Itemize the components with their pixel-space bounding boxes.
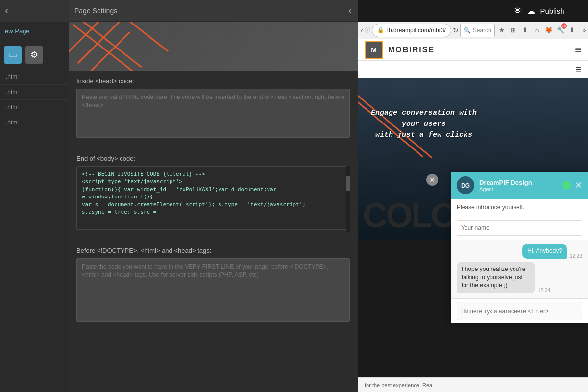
page-settings-topbar: Page Settings ‹ <box>69 0 358 22</box>
body-code-wrapper: <!-- BEGIN JIVOSITE CODE {literal} --> <… <box>76 166 350 232</box>
chat-time-sent: 12:23 <box>570 253 582 259</box>
hamburger-icon[interactable]: ≡ <box>575 64 581 75</box>
chat-message-received: I hope you realize you're talking to you… <box>457 262 582 293</box>
body-code-textarea[interactable]: <!-- BEGIN JIVOSITE CODE {literal} --> <… <box>76 166 350 230</box>
modal-close-button[interactable]: ✕ <box>426 174 438 186</box>
publish-cloud-icon: ☁ <box>527 6 535 16</box>
sidebar-item[interactable]: .html <box>0 85 69 100</box>
browser-download-icon[interactable]: ⬇ <box>520 25 531 36</box>
browser-badge-icon[interactable]: 18 🔧 <box>555 25 566 36</box>
chat-agent-avatar: DG <box>457 176 474 194</box>
chat-intro-text: Please introduce yourself. <box>451 199 588 216</box>
publish-label: Publish <box>540 7 564 15</box>
search-placeholder: Search <box>473 27 491 34</box>
chat-agent-role: Agent <box>479 186 562 192</box>
head-code-label: Inside <head> code: <box>76 77 350 85</box>
chat-agent-info: DreamPiF Design Agent <box>479 179 562 192</box>
chat-name-input[interactable] <box>457 220 582 236</box>
headline-line1: Engage conversation with your users <box>368 108 480 130</box>
website-headline: Engage conversation with your users with… <box>358 108 490 141</box>
page-settings-title: Page Settings <box>74 7 117 15</box>
sidebar: ‹ ew Page ▭ ⚙ .html .html .html .html <box>0 0 69 392</box>
headline-line2: with just a few clicks <box>368 130 480 141</box>
page-settings-close-arrow[interactable]: ‹ <box>348 5 352 16</box>
sidebar-page-label: ew Page <box>0 22 69 41</box>
browser-search-bar[interactable]: 🔍 Search <box>460 24 495 37</box>
browser-icons-group: ★ ⊞ ⬇ ⌂ 🦊 18 🔧 ⬇ » ≡ <box>496 25 588 36</box>
browser-grid-icon[interactable]: ⊞ <box>508 25 519 36</box>
site-menu-bar: ≡ <box>358 61 588 78</box>
chat-bubble-sent: Hi, Anybody? <box>522 244 567 259</box>
page-header-menu-icon[interactable]: ≡ <box>575 44 581 56</box>
before-doctype-label: Before <!DOCTYPE>, <html> and <head> tag… <box>76 247 350 254</box>
mobirise-logo: M MOBIRISE <box>365 41 435 59</box>
chat-close-btn[interactable]: ✕ <box>575 180 582 191</box>
browser-toolbar: ‹ ⓘ 🔒 fb.dreampif.com/mbr3/ ↻ 🔍 Search ★… <box>358 22 588 39</box>
modal-close-icon: ✕ <box>429 176 435 184</box>
browser-refresh-btn[interactable]: ↻ <box>453 24 459 37</box>
chat-online-indicator <box>562 181 571 190</box>
browser-home-icon[interactable]: ⌂ <box>532 25 542 36</box>
sidebar-item[interactable]: .html <box>0 115 69 130</box>
footer-text: for the best experience. Rea <box>365 382 432 388</box>
head-code-section: Inside <head> code: <box>69 71 358 144</box>
sidebar-icon-group: ▭ ⚙ <box>0 43 69 67</box>
chat-agent-name: DreamPiF Design <box>479 179 562 186</box>
chat-input-area <box>451 298 588 323</box>
code-scrollbar-thumb <box>346 176 350 191</box>
body-code-section: End of <body> code: <!-- BEGIN JIVOSITE … <box>69 148 358 236</box>
browser-url-bar[interactable]: 🔒 fb.dreampif.com/mbr3/ <box>372 24 451 37</box>
before-doctype-section: Before <!DOCTYPE>, <html> and <head> tag… <box>69 240 358 328</box>
chat-header: DG DreamPiF Design Agent ✕ <box>451 172 588 199</box>
sidebar-item[interactable]: .html <box>0 100 69 115</box>
browser-firefox-icon[interactable]: 🦊 <box>543 25 554 36</box>
sidebar-settings-icon-btn[interactable]: ⚙ <box>25 46 43 64</box>
sidebar-items: .html .html .html .html <box>0 67 69 392</box>
back-arrow-icon: ‹ <box>5 4 8 17</box>
sidebar-item[interactable]: .html <box>0 70 69 85</box>
chat-type-input[interactable] <box>457 302 582 320</box>
body-code-label: End of <body> code: <box>76 155 350 162</box>
section-divider-2 <box>76 238 350 238</box>
ps-top-image <box>69 22 358 71</box>
browser-more-icon[interactable]: » <box>579 25 588 36</box>
mobirise-logo-icon: M <box>365 41 383 59</box>
chat-widget: DG DreamPiF Design Agent ✕ Please introd… <box>451 172 588 323</box>
browser-bookmark-icon[interactable]: ★ <box>496 25 507 36</box>
chat-messages: 12:23 Hi, Anybody? I hope you realize yo… <box>451 240 588 298</box>
logo-letter: M <box>371 46 377 54</box>
chat-bubble-received: I hope you realize you're talking to you… <box>457 262 535 293</box>
browser-ext-icon[interactable]: ⬇ <box>567 25 578 36</box>
section-divider-1 <box>76 146 350 146</box>
browser-back-btn[interactable]: ‹ <box>361 24 363 37</box>
chat-time-received: 12:24 <box>538 288 550 293</box>
sidebar-back-button[interactable]: ‹ <box>0 0 69 22</box>
svg-text:DG: DG <box>461 182 470 189</box>
sidebar-page-icon-btn[interactable]: ▭ <box>4 46 22 64</box>
code-scrollbar[interactable] <box>346 166 350 232</box>
page-settings-scroll[interactable]: Inside <head> code: End of <body> code: … <box>69 22 358 392</box>
browser-info-btn[interactable]: ⓘ <box>365 24 370 37</box>
head-code-textarea[interactable] <box>76 89 350 138</box>
browser-url-text: fb.dreampif.com/mbr3/ <box>387 27 446 34</box>
mobirise-brand-name: MOBIRISE <box>388 46 435 54</box>
publish-bar[interactable]: 👁 ☁ Publish <box>490 0 588 22</box>
chat-message-sent: 12:23 Hi, Anybody? <box>457 244 582 259</box>
page-settings-panel: Inside <head> code: End of <body> code: … <box>69 22 358 392</box>
website-footer: for the best experience. Rea <box>358 377 588 392</box>
browser-area: 👁 ☁ Publish ‹ ⓘ 🔒 fb.dreampif.com/mbr3/ … <box>358 0 588 392</box>
page-header: M MOBIRISE ≡ <box>358 39 588 61</box>
preview-eye-icon: 👁 <box>514 6 522 16</box>
color-large-text: COLO <box>363 196 456 235</box>
before-doctype-textarea[interactable] <box>76 258 350 322</box>
